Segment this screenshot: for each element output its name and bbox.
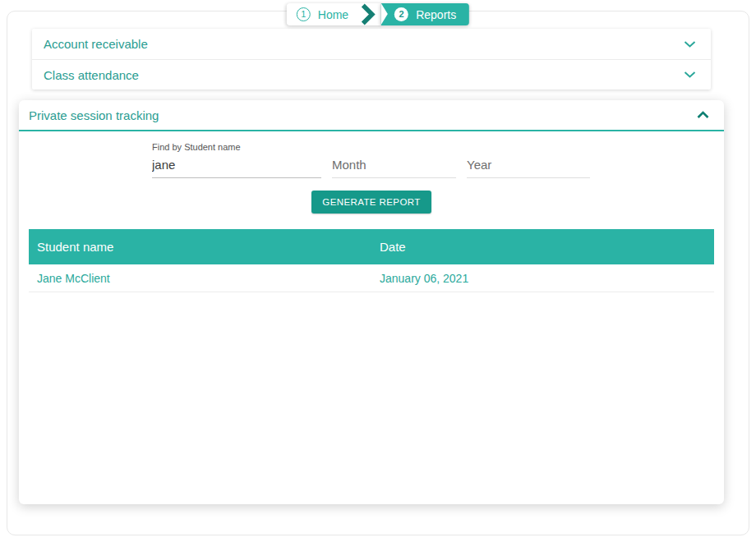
chevron-down-icon <box>684 40 696 48</box>
step-reports-label: Reports <box>416 8 456 21</box>
accordion-label: Class attendance <box>44 68 139 82</box>
accordion-label: Account receivable <box>44 37 148 51</box>
stepper: 1 Home 2 Reports <box>287 3 469 25</box>
accordion-group: Account receivable Class attendance <box>32 29 711 90</box>
month-input[interactable] <box>332 156 456 178</box>
generate-report-button[interactable]: GENERATE REPORT <box>311 191 431 214</box>
search-form: Find by Student name <box>152 142 724 178</box>
button-row: GENERATE REPORT <box>19 191 724 214</box>
student-name-label: Find by Student name <box>152 142 724 152</box>
step-reports-number: 2 <box>394 7 408 21</box>
column-header-date: Date <box>371 240 714 254</box>
chevron-up-icon <box>697 111 709 119</box>
accordion-class-attendance[interactable]: Class attendance <box>32 59 711 90</box>
step-arrow-icon <box>361 3 378 25</box>
column-header-student-name: Student name <box>29 240 371 254</box>
accordion-account-receivable[interactable]: Account receivable <box>32 29 711 59</box>
page: 1 Home 2 Reports Account receivable Clas… <box>0 0 756 542</box>
year-input[interactable] <box>467 156 590 178</box>
report-table: Student name Date Jane McClient January … <box>29 229 714 292</box>
cell-student-name: Jane McClient <box>29 272 371 285</box>
accordion-private-session-tracking[interactable]: Private session tracking <box>19 100 724 131</box>
step-reports[interactable]: 2 Reports <box>381 3 469 25</box>
panel-title: Private session tracking <box>29 108 159 122</box>
step-home-label: Home <box>318 8 353 21</box>
table-header-row: Student name Date <box>29 229 714 264</box>
step-home[interactable]: 1 Home <box>287 3 381 25</box>
step-home-number: 1 <box>297 7 311 21</box>
student-name-input[interactable] <box>152 156 321 178</box>
private-session-panel: Private session tracking Find by Student… <box>19 100 724 504</box>
cell-date: January 06, 2021 <box>371 272 714 285</box>
table-row: Jane McClient January 06, 2021 <box>29 264 714 292</box>
chevron-down-icon <box>684 71 696 79</box>
